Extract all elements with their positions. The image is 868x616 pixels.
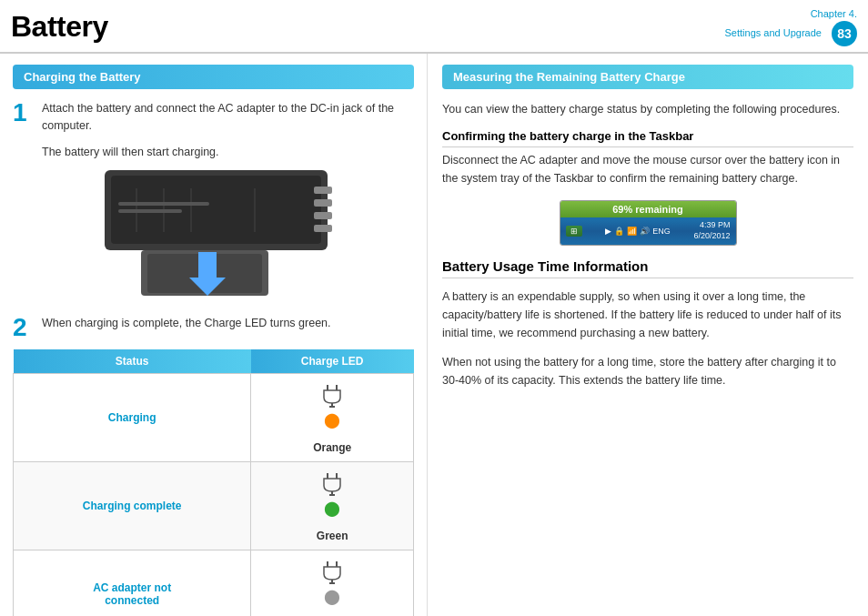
system-clock: 4:39 PM 6/20/2012: [693, 220, 730, 241]
charge-table: Status Charge LED Charging: [13, 349, 414, 616]
clock-time: 4:39 PM: [693, 220, 730, 231]
status-charging-complete: Charging complete: [14, 461, 251, 550]
svg-rect-2: [314, 187, 332, 194]
chapter-sub-label: Settings and Upgrade: [725, 27, 822, 38]
charge-icon-3: [318, 558, 346, 585]
step-1-text: Attach the battery and connect the AC ad…: [42, 100, 414, 135]
status-no-ac: AC adapter notconnected: [14, 550, 251, 616]
step-1: 1 Attach the battery and connect the AC …: [13, 100, 414, 135]
measuring-section-header: Measuring the Remaining Battery Charge: [442, 65, 853, 89]
usage-text-2: When not using the battery for a long ti…: [442, 353, 853, 389]
green-led-icon: ⬤: [260, 500, 404, 517]
table-header-led: Charge LED: [251, 349, 414, 374]
intro-text: You can view the battery charge status b…: [442, 100, 853, 118]
tray-icon-3: 📶: [627, 227, 637, 236]
system-tray-icons: ▶ 🔒 📶 🔊 ENG: [605, 227, 671, 236]
chapter-label: Chapter 4.: [811, 8, 857, 19]
taskbar-description: Disconnect the AC adapter and move the m…: [442, 151, 853, 187]
battery-illustration: [13, 170, 414, 302]
led-cell-off: ⬤ Off: [251, 550, 414, 616]
table-row: Charging complete ⬤ Green: [14, 461, 414, 550]
status-charging: Charging: [14, 373, 251, 461]
tray-icon-1: ▶: [605, 227, 611, 236]
gray-led-icon: ⬤: [260, 588, 404, 605]
charge-icon-2: [318, 470, 346, 497]
page-number-badge: 83: [832, 21, 857, 46]
taskbar-screenshot: 69% remaining ⊞ ▶ 🔒 📶 🔊 ENG 4:39 PM 6/20…: [560, 200, 737, 245]
right-column: Measuring the Remaining Battery Charge Y…: [428, 54, 868, 616]
page-title: Battery: [11, 10, 108, 44]
step-1-number: 1: [13, 100, 33, 126]
left-column: Charging the Battery 1 Attach the batter…: [0, 54, 428, 616]
step-2: 2 When charging is complete, the Charge …: [13, 315, 414, 340]
chapter-info: Chapter 4. Settings and Upgrade 83: [725, 7, 857, 46]
plug-icon: [318, 396, 346, 411]
svg-rect-14: [118, 209, 182, 213]
table-header-status: Status: [14, 349, 251, 374]
usage-text-1: A battery is an expendable supply, so wh…: [442, 288, 853, 342]
step-2-text: When charging is complete, the Charge LE…: [42, 315, 331, 332]
orange-led-icon: ⬤: [260, 411, 404, 429]
taskbar-bar: ⊞ ▶ 🔒 📶 🔊 ENG 4:39 PM 6/20/2012: [560, 217, 736, 244]
page-header: Battery Chapter 4. Settings and Upgrade …: [0, 0, 868, 54]
svg-rect-4: [314, 212, 332, 219]
table-row: Charging: [14, 373, 414, 461]
step-1-subtext: The battery will then start charging.: [42, 144, 414, 161]
svg-rect-5: [314, 225, 332, 232]
tray-lang: ENG: [652, 227, 671, 236]
battery-usage-title: Battery Usage Time Information: [442, 258, 853, 278]
led-label-orange: Orange: [313, 441, 351, 454]
table-row: AC adapter notconnected ⬤ O: [14, 550, 414, 616]
tray-icon-4: 🔊: [640, 227, 650, 236]
battery-tooltip: 69% remaining: [560, 201, 736, 217]
svg-rect-3: [314, 199, 332, 207]
clock-date: 6/20/2012: [693, 231, 730, 242]
step-2-number: 2: [13, 315, 33, 340]
led-cell-charging: ⬤ Orange: [251, 373, 414, 461]
led-label-green: Green: [317, 530, 348, 542]
charge-icon-1: [318, 381, 346, 409]
taskbar-subsection-title: Confirming the battery charge in the Tas…: [442, 129, 853, 147]
battery-svg: [91, 170, 337, 302]
start-button-icon: ⊞: [566, 226, 582, 237]
charging-section-header: Charging the Battery: [13, 65, 414, 89]
svg-rect-13: [118, 202, 209, 206]
led-cell-complete: ⬤ Green: [251, 461, 414, 550]
tray-icon-2: 🔒: [614, 227, 624, 236]
main-content: Charging the Battery 1 Attach the batter…: [0, 54, 868, 616]
